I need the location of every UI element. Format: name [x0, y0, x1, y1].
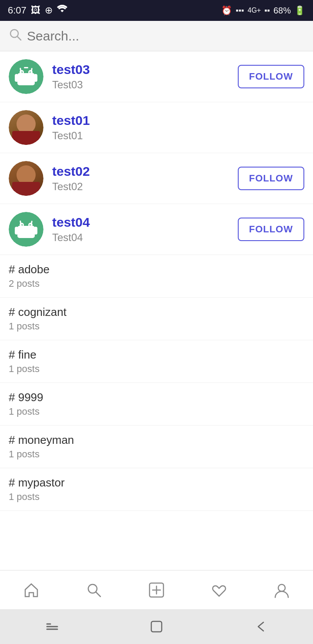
hashtag-count: 1 posts: [9, 491, 304, 503]
svg-rect-8: [24, 67, 28, 68]
follow-button[interactable]: FOLLOW: [238, 65, 304, 88]
android-nav-bar: [0, 609, 313, 644]
user-handle: test02: [52, 164, 238, 179]
hashtag-count: 1 posts: [9, 449, 304, 460]
status-time: 6:07: [8, 5, 27, 16]
user-list: test03 Test03 FOLLOW test01 Test01: [0, 51, 313, 255]
svg-line-24: [96, 592, 100, 597]
likes-nav-item[interactable]: [204, 575, 234, 605]
status-bar: 6:07 🖼 ⊕ ⏰ ▪▪▪ 4G+ ▪▪ 68% 🔋: [0, 0, 313, 21]
user-display-name: Test02: [52, 181, 238, 193]
search-input[interactable]: [27, 29, 304, 44]
svg-line-1: [17, 37, 21, 40]
status-right: ⏰ ▪▪▪ 4G+ ▪▪ 68% 🔋: [221, 5, 305, 16]
svg-point-23: [88, 584, 97, 593]
bottom-nav: [0, 570, 313, 609]
user-info: test01 Test01: [52, 113, 304, 142]
hashtag-count: 2 posts: [9, 278, 304, 289]
hashtag-count: 1 posts: [9, 321, 304, 332]
main-content: test03 Test03 FOLLOW test01 Test01: [0, 51, 313, 570]
signal-icon: ▪▪▪: [236, 6, 244, 15]
image-icon: 🖼: [31, 5, 40, 16]
android-menu-button[interactable]: [45, 620, 59, 634]
avatar: [9, 161, 43, 196]
user-info: test04 Test04: [52, 215, 238, 244]
battery-icon: 🔋: [294, 5, 305, 16]
svg-rect-16: [34, 227, 37, 235]
svg-rect-3: [17, 73, 35, 85]
user-display-name: Test04: [52, 231, 238, 244]
hashtag-title: # adobe: [9, 263, 304, 276]
android-back-button[interactable]: [254, 620, 268, 634]
hashtag-count: 1 posts: [9, 406, 304, 417]
hashtag-list: # adobe 2 posts # cognizant 1 posts # fi…: [0, 255, 313, 511]
signal2-icon: ▪▪: [264, 6, 270, 15]
hashtag-count: 1 posts: [9, 363, 304, 375]
4g-icon: 4G+: [248, 7, 261, 14]
hashtag-title: # 9999: [9, 391, 304, 404]
home-nav-item[interactable]: [16, 575, 47, 605]
follow-button[interactable]: FOLLOW: [238, 167, 304, 190]
user-info: test02 Test02: [52, 164, 238, 193]
hashtag-item[interactable]: # adobe 2 posts: [0, 255, 313, 298]
user-handle: test03: [52, 62, 238, 77]
hashtag-item[interactable]: # mypastor 1 posts: [0, 468, 313, 511]
svg-point-28: [278, 584, 285, 591]
search-icon: [9, 28, 22, 44]
add-nav-item[interactable]: [141, 575, 172, 605]
android-home-button[interactable]: [150, 620, 163, 634]
svg-rect-32: [151, 621, 162, 632]
hashtag-title: # fine: [9, 348, 304, 362]
avatar: [9, 110, 43, 145]
hashtag-item[interactable]: # 9999 1 posts: [0, 383, 313, 426]
hashtag-item[interactable]: # cognizant 1 posts: [0, 298, 313, 340]
battery-percent: 68%: [273, 6, 291, 16]
user-item: test01 Test01: [0, 102, 313, 153]
user-handle: test01: [52, 113, 304, 128]
hashtag-item[interactable]: # moneyman 1 posts: [0, 426, 313, 468]
user-item: test02 Test02 FOLLOW: [0, 153, 313, 204]
user-item: test03 Test03 FOLLOW: [0, 51, 313, 102]
profile-nav-item[interactable]: [266, 575, 297, 605]
wifi-icon: [57, 5, 67, 16]
avatar: [9, 212, 43, 247]
hashtag-item[interactable]: # fine 1 posts: [0, 340, 313, 383]
hashtag-title: # cognizant: [9, 305, 304, 319]
search-nav-item[interactable]: [79, 575, 109, 605]
svg-rect-4: [15, 74, 18, 82]
hashtag-title: # mypastor: [9, 476, 304, 490]
search-bar: [0, 21, 313, 51]
alarm-icon: ⏰: [221, 5, 232, 16]
nfc-icon: ⊕: [45, 5, 53, 16]
svg-rect-5: [34, 74, 37, 82]
hashtag-title: # moneyman: [9, 433, 304, 447]
user-info: test03 Test03: [52, 62, 238, 91]
user-item: test04 Test04 FOLLOW: [0, 204, 313, 255]
svg-rect-14: [17, 226, 35, 238]
svg-rect-15: [15, 227, 18, 235]
user-handle: test04: [52, 215, 238, 230]
status-left: 6:07 🖼 ⊕: [8, 5, 67, 16]
follow-button[interactable]: FOLLOW: [238, 218, 304, 241]
avatar: [9, 59, 43, 94]
user-display-name: Test01: [52, 130, 304, 142]
user-display-name: Test03: [52, 79, 238, 91]
